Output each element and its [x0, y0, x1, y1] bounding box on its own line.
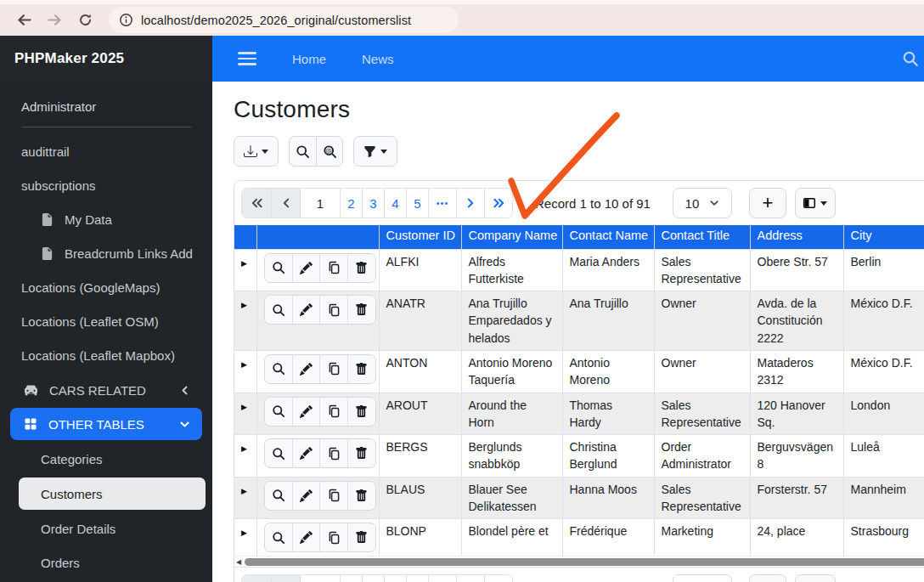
- cell-address: Berguvsvägen 8: [750, 435, 843, 477]
- sidebar-item-locations-googlemaps[interactable]: Locations (GoogleMaps): [0, 270, 212, 304]
- prev-page-button[interactable]: [271, 575, 300, 582]
- expand-row-icon[interactable]: ▶: [241, 528, 247, 537]
- columns-toggle-button[interactable]: [795, 188, 836, 218]
- column-header-contact-name[interactable]: Contact Name: [562, 225, 654, 249]
- delete-button[interactable]: [347, 355, 375, 383]
- sidebar-item-locations-leaflet-mapbox[interactable]: Locations (Leaflet Mapbox): [0, 338, 212, 372]
- expand-row-icon[interactable]: ▶: [241, 487, 247, 495]
- scroll-left-icon[interactable]: ◀: [236, 558, 241, 566]
- expand-row-icon[interactable]: ▶: [241, 444, 247, 453]
- copy-button[interactable]: [319, 523, 347, 551]
- edit-button[interactable]: [292, 254, 320, 282]
- page-size-select[interactable]: 10: [673, 188, 732, 218]
- address-bar[interactable]: localhost/demo2025_2026_original/custome…: [109, 7, 459, 33]
- sidebar-toggle-icon[interactable]: [238, 48, 256, 69]
- page-link-2[interactable]: 2: [340, 575, 362, 582]
- view-button[interactable]: [265, 296, 292, 324]
- column-header-city[interactable]: City: [843, 225, 924, 249]
- expand-row-icon[interactable]: ▶: [241, 301, 247, 309]
- edit-button[interactable]: [292, 439, 320, 467]
- delete-button[interactable]: [347, 482, 375, 510]
- next-page-button[interactable]: [456, 189, 484, 218]
- view-button[interactable]: [265, 482, 292, 510]
- delete-button[interactable]: [347, 439, 375, 467]
- edit-button[interactable]: [292, 398, 320, 426]
- delete-button[interactable]: [347, 523, 375, 551]
- search-button[interactable]: [289, 136, 316, 167]
- expand-row-icon[interactable]: ▶: [241, 259, 247, 268]
- page-ellipsis[interactable]: •••: [428, 575, 456, 582]
- browser-reload-icon[interactable]: [73, 8, 97, 32]
- scrollbar-thumb[interactable]: [245, 558, 924, 566]
- view-button[interactable]: [265, 398, 292, 426]
- page-link-4[interactable]: 4: [384, 189, 406, 218]
- horizontal-scrollbar[interactable]: ◀: [234, 556, 924, 567]
- copy-button[interactable]: [319, 439, 347, 467]
- sidebar-group-cars-related[interactable]: CARS RELATED: [10, 374, 202, 406]
- expand-row-icon[interactable]: ▶: [241, 360, 247, 369]
- copy-button[interactable]: [319, 355, 347, 383]
- sidebar-item-audittrail[interactable]: audittrail: [0, 134, 212, 168]
- expand-row-icon[interactable]: ▶: [241, 403, 247, 411]
- record-count-text: Record 1 to 10 of 91: [535, 196, 651, 211]
- column-header-contact-title[interactable]: Contact Title: [654, 225, 750, 249]
- page-link-5[interactable]: 5: [406, 189, 428, 218]
- copy-button[interactable]: [319, 398, 347, 426]
- next-page-button[interactable]: [456, 575, 484, 582]
- page-link-2[interactable]: 2: [340, 189, 362, 218]
- first-page-button[interactable]: [242, 575, 271, 582]
- sidebar-item-orders[interactable]: Orders: [0, 545, 212, 579]
- page-ellipsis[interactable]: •••: [428, 189, 456, 218]
- delete-button[interactable]: [347, 398, 375, 426]
- prev-page-button[interactable]: [271, 189, 300, 218]
- view-button[interactable]: [265, 523, 292, 551]
- app-brand[interactable]: PHPMaker 2025: [0, 36, 212, 82]
- table-row: ▶ AROUT Around the Horn Thomas Hardy Sal…: [234, 393, 924, 435]
- sidebar-item-locations-leaflet-osm[interactable]: Locations (Leaflet OSM): [0, 304, 212, 338]
- view-button[interactable]: [265, 355, 292, 383]
- copy-button[interactable]: [319, 482, 347, 510]
- copy-button[interactable]: [319, 296, 347, 324]
- columns-toggle-button[interactable]: [795, 574, 836, 582]
- copy-button[interactable]: [319, 254, 347, 282]
- url-text[interactable]: localhost/demo2025_2026_original/custome…: [141, 14, 411, 27]
- last-page-button[interactable]: [484, 575, 512, 582]
- edit-button[interactable]: [292, 523, 320, 551]
- column-header-company-name[interactable]: Company Name: [461, 225, 562, 249]
- first-page-button[interactable]: [242, 189, 271, 218]
- add-record-button[interactable]: +: [749, 188, 786, 218]
- column-header-customer-id[interactable]: Customer ID: [379, 225, 461, 249]
- delete-button[interactable]: [347, 296, 375, 324]
- sidebar-item-subscriptions[interactable]: subscriptions: [0, 168, 212, 202]
- sidebar-item-my-data[interactable]: My Data: [0, 202, 212, 236]
- edit-button[interactable]: [292, 355, 320, 383]
- add-record-button[interactable]: +: [749, 574, 786, 582]
- sidebar-group-other-tables[interactable]: OTHER TABLES: [10, 408, 202, 440]
- page-link-4[interactable]: 4: [384, 575, 406, 582]
- edit-button[interactable]: [292, 482, 320, 510]
- page-link-3[interactable]: 3: [362, 575, 384, 582]
- last-page-button[interactable]: [484, 189, 512, 218]
- page-link-3[interactable]: 3: [362, 189, 384, 218]
- sidebar-item-breadcrumb-links-add[interactable]: Breadcrumb Links Add: [0, 236, 212, 270]
- delete-button[interactable]: [347, 254, 375, 282]
- edit-button[interactable]: [292, 296, 320, 324]
- view-button[interactable]: [265, 254, 292, 282]
- filter-button[interactable]: [353, 136, 397, 167]
- browser-forward-icon[interactable]: [42, 8, 66, 32]
- sidebar-item-customers-active[interactable]: Customers: [19, 477, 206, 510]
- page-size-select[interactable]: 10: [673, 574, 732, 582]
- sidebar-item-order-details[interactable]: Order Details: [0, 511, 212, 545]
- search-highlight-button[interactable]: [316, 136, 343, 167]
- view-button[interactable]: [265, 439, 292, 467]
- column-header-address[interactable]: Address: [750, 225, 843, 249]
- export-button[interactable]: [234, 136, 279, 167]
- page-link-5[interactable]: 5: [406, 575, 428, 582]
- page-title: Customers: [234, 96, 924, 123]
- nav-item-news[interactable]: News: [362, 52, 394, 66]
- navbar-search-icon[interactable]: [902, 50, 919, 67]
- browser-back-icon[interactable]: [12, 8, 36, 32]
- sidebar-item-categories[interactable]: Categories: [0, 442, 212, 476]
- site-info-icon[interactable]: [119, 13, 133, 27]
- nav-item-home[interactable]: Home: [292, 52, 326, 66]
